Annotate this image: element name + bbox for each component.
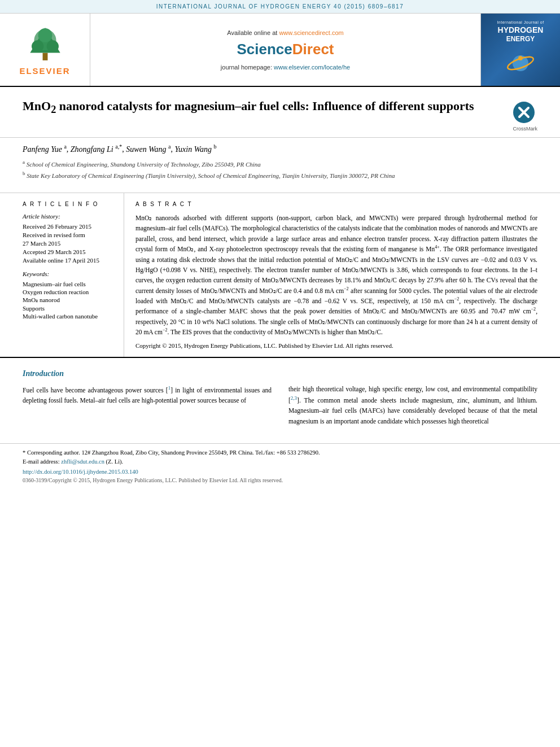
introduction-left: Introduction Fuel cells have become adva…	[23, 369, 272, 426]
abstract-text: MnO₂ nanorods adsorbed with different su…	[135, 213, 537, 338]
header-area: ELSEVIER Available online at www.science…	[0, 14, 560, 87]
journal-center: Available online at www.sciencedirect.co…	[90, 14, 481, 86]
keyword-5: Multi-walled carbon nanotube	[23, 313, 118, 320]
elsevier-logo: ELSEVIER	[0, 14, 90, 86]
keywords-label: Keywords:	[23, 270, 118, 277]
crossmark[interactable]: CrossMark	[513, 101, 537, 132]
svg-point-4	[32, 40, 43, 52]
svg-point-5	[46, 40, 58, 52]
crossmark-icon	[513, 101, 535, 124]
date-revised: 27 March 2015	[23, 240, 118, 247]
sciencedirect-logo: ScienceDirect	[237, 41, 334, 58]
doi-link[interactable]: http://dx.doi.org/10.1016/j.ijhydene.201…	[23, 469, 138, 475]
authors-section: Panfeng Yue a, Zhongfang Li a,*, Suwen W…	[0, 138, 560, 187]
available-text: Available online at www.sciencedirect.co…	[227, 29, 343, 36]
date-accepted: Accepted 29 March 2015	[23, 248, 118, 255]
email-link[interactable]: zhfli@sdut.edu.cn	[61, 458, 104, 465]
doi-line[interactable]: http://dx.doi.org/10.1016/j.ijhydene.201…	[23, 469, 537, 475]
svg-rect-0	[42, 53, 47, 60]
introduction-heading: Introduction	[23, 369, 272, 378]
corresponding-author-note: * Corresponding author. 12# Zhangzhou Ro…	[23, 448, 537, 457]
introduction-left-text: Fuel cells have become advantageous powe…	[23, 384, 272, 406]
introduction-right: their high theoretical voltage, high spe…	[288, 369, 537, 426]
left-column: A R T I C L E I N F O Article history: R…	[11, 193, 124, 357]
date-revised-label: Received in revised form	[23, 231, 118, 238]
abstract-heading: A B S T R A C T	[135, 201, 537, 207]
keyword-2: Oxygen reduction reaction	[23, 289, 118, 295]
journal-title-box: International Journal of HYDROGEN ENERGY	[497, 20, 544, 44]
top-banner: INTERNATIONAL JOURNAL OF HYDROGEN ENERGY…	[0, 0, 560, 14]
date-received: Received 26 February 2015	[23, 223, 118, 230]
svg-point-6	[38, 28, 52, 42]
keyword-4: Supports	[23, 305, 118, 312]
journal-homepage-link[interactable]: www.elsevier.com/locate/he	[274, 64, 350, 71]
svg-point-9	[518, 56, 523, 60]
sciencedirect-url[interactable]: www.sciencedirect.com	[279, 29, 343, 36]
article-main-title: MnO2 nanorod catalysts for magnesium–air…	[23, 98, 504, 117]
elsevier-tree-icon	[23, 24, 68, 64]
journal-homepage: journal homepage: www.elsevier.com/locat…	[221, 64, 350, 71]
article-title-section: MnO2 nanorod catalysts for magnesium–air…	[0, 87, 560, 138]
affiliations: a School of Chemical Engineering, Shando…	[23, 159, 537, 180]
hydrogen-journal-box: International Journal of HYDROGEN ENERGY	[481, 14, 560, 86]
article-info-heading: A R T I C L E I N F O	[23, 201, 118, 207]
bottom-section: Introduction Fuel cells have become adva…	[0, 357, 560, 438]
date-online: Available online 17 April 2015	[23, 257, 118, 264]
planet-icon	[506, 49, 535, 77]
footnote-section: * Corresponding author. 12# Zhangzhou Ro…	[0, 443, 560, 483]
elsevier-brand: ELSEVIER	[19, 24, 70, 76]
email-note: E-mail address: zhfli@sdut.edu.cn (Z. Li…	[23, 457, 537, 466]
authors-line: Panfeng Yue a, Zhongfang Li a,*, Suwen W…	[23, 143, 537, 154]
article-info-abstract-section: A R T I C L E I N F O Article history: R…	[0, 193, 560, 357]
introduction-two-col: Introduction Fuel cells have become adva…	[23, 369, 537, 426]
introduction-right-text: their high theoretical voltage, high spe…	[288, 384, 537, 426]
affiliation-b: b State Key Laboratory of Chemical Engin…	[23, 170, 537, 180]
issn-line: 0360-3199/Copyright © 2015, Hydrogen Ene…	[23, 477, 537, 483]
right-column: A B S T R A C T MnO₂ nanorods adsorbed w…	[124, 193, 549, 357]
copyright-line: Copyright © 2015, Hydrogen Energy Public…	[135, 342, 537, 349]
crossmark-label: CrossMark	[513, 126, 537, 132]
article-history-label: Article history:	[23, 213, 118, 220]
elsevier-text: ELSEVIER	[19, 66, 70, 76]
keyword-1: Magnesium–air fuel cells	[23, 281, 118, 287]
keyword-3: MnO₂ nanorod	[23, 296, 118, 304]
affiliation-a: a School of Chemical Engineering, Shando…	[23, 159, 537, 169]
